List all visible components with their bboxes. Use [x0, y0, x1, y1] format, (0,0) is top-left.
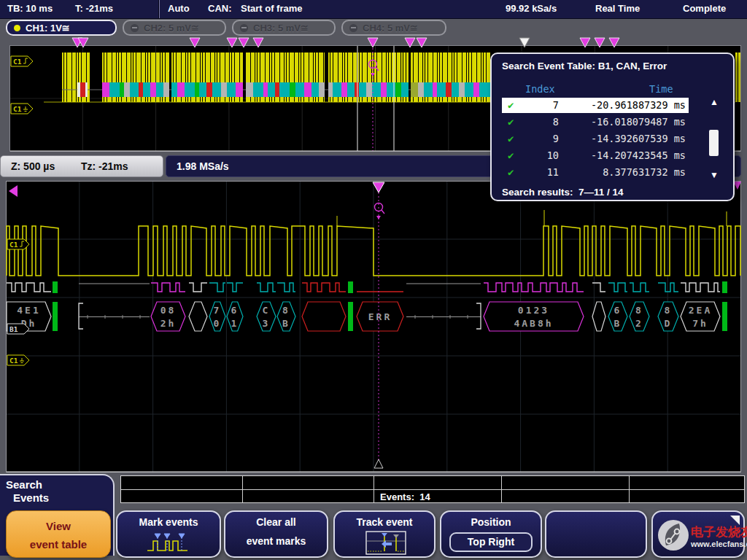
zoom-waveform-window: 4E1Dh 082h7061C38B ERR01234AB8h6B828D2EA… — [6, 179, 741, 474]
search-results-summary: Search results: 7—11 / 14 — [502, 187, 624, 198]
overview-decode-bar — [62, 82, 490, 97]
svg-text:B: B — [614, 318, 622, 329]
event-time: -14.207423545 ms — [560, 148, 686, 163]
svg-text:2EA: 2EA — [689, 305, 712, 316]
mark-events-icon — [145, 532, 192, 554]
oscilloscope-screen: TB: 10 ms T: -21ms Auto CAN: Start of fr… — [0, 0, 747, 560]
elecfans-logo-icon — [657, 519, 689, 551]
scrollbar-thumb[interactable] — [709, 130, 719, 156]
table-row[interactable]: ✔ 7 -20.961887329 ms — [502, 98, 689, 113]
empty-softkey-button[interactable] — [545, 510, 647, 558]
channel3-label: CH3: 5 mV≅ — [253, 23, 309, 34]
event-index: 10 — [522, 148, 559, 163]
position-value: Top Right — [449, 532, 533, 552]
events-count-label: Events: 14 — [380, 491, 430, 502]
event-index: 9 — [522, 131, 559, 147]
button-label: event table — [7, 538, 110, 551]
more-menu-button[interactable]: 电子发烧友 www.elecfans.com — [651, 510, 745, 558]
track-event-button[interactable]: Track event — [333, 510, 436, 558]
strip-col-divider — [501, 476, 502, 502]
svg-text:7h: 7h — [692, 318, 708, 329]
zoom-scale-readout: Z: 500 µs — [11, 160, 55, 172]
mark-events-button[interactable]: Mark events — [116, 510, 221, 558]
svg-text:8: 8 — [282, 305, 290, 316]
zoom-time-readout: Tz: -21ms — [81, 160, 128, 172]
svg-text:2: 2 — [635, 318, 643, 329]
timebase-readout: TB: 10 ms — [7, 3, 53, 14]
table-row[interactable]: ✔ 8 -16.018079487 ms — [502, 114, 689, 130]
strip-row-divider — [121, 489, 744, 490]
svg-text:C1: C1 — [9, 357, 18, 365]
scroll-down-icon[interactable]: ▼ — [708, 169, 721, 181]
svg-text:7: 7 — [214, 305, 222, 316]
strip-col-divider — [629, 476, 630, 502]
svg-text:D: D — [665, 318, 673, 329]
svg-text:6: 6 — [614, 305, 622, 316]
svg-text:3: 3 — [263, 318, 271, 329]
signal-label[interactable]: C1 — [7, 239, 29, 249]
svg-text:4AB8h: 4AB8h — [514, 318, 553, 329]
menu-group-line1: Search — [6, 478, 42, 491]
channel4-label: CH4: 5 mV≅ — [363, 23, 418, 34]
signal-label[interactable]: C1 — [7, 355, 29, 365]
button-label: Clear all — [225, 516, 327, 528]
table-row[interactable]: ✔ 9 -14.392607539 ms — [502, 131, 689, 147]
trigger-mode: Auto — [168, 3, 190, 14]
channel1-label: CH1: 1V≅ — [26, 23, 70, 34]
zoom-settings-box: Z: 500 µs Tz: -21ms — [0, 155, 163, 177]
button-label: Mark events — [117, 516, 220, 528]
acquisition-status: Complete — [683, 3, 726, 14]
tab-channel-1[interactable]: CH1: 1V≅ — [6, 20, 117, 36]
check-icon: ✔ — [508, 165, 514, 180]
svg-text:0123: 0123 — [518, 305, 549, 316]
status-bar: TB: 10 ms T: -21ms Auto CAN: Start of fr… — [0, 0, 747, 19]
svg-text:C: C — [263, 305, 271, 316]
svg-text:ERR: ERR — [368, 311, 392, 322]
tab-channel-2[interactable]: CH2: 5 mV≅ — [123, 20, 226, 36]
event-index: 11 — [522, 165, 559, 180]
scroll-up-icon[interactable]: ▲ — [708, 96, 721, 108]
svg-text:2h: 2h — [160, 318, 177, 329]
signal-label[interactable]: C1 — [11, 56, 33, 66]
channel4-off-icon — [349, 24, 357, 32]
button-label: event marks — [225, 535, 327, 547]
search-event-table-popup: Search Event Table: B1, CAN, Error Index… — [490, 52, 735, 201]
trigger-event: Start of frame — [241, 3, 303, 14]
svg-text:C1: C1 — [9, 241, 18, 249]
svg-text:1: 1 — [231, 318, 239, 329]
svg-text:8: 8 — [635, 305, 643, 316]
trigger-bus: CAN: — [208, 3, 232, 14]
event-time: -14.392607539 ms — [560, 131, 686, 147]
acquisition-mode: Real Time — [595, 3, 640, 14]
track-event-icon — [365, 531, 406, 556]
channel1-on-icon — [14, 25, 20, 31]
events-count-strip: Events: 14 — [120, 475, 745, 503]
check-icon: ✔ — [508, 98, 514, 113]
event-index: 7 — [522, 98, 559, 113]
channel3-off-icon — [240, 24, 248, 32]
table-row[interactable]: ✔ 10 -14.207423545 ms — [502, 148, 689, 163]
statusbar-divider — [158, 0, 160, 18]
event-time: 8.377631732 ms — [560, 165, 686, 180]
event-time: -16.018079487 ms — [560, 114, 686, 130]
trigger-time-readout: T: -21ms — [75, 3, 113, 14]
view-event-table-button[interactable]: View event table — [6, 510, 111, 558]
channel2-label: CH2: 5 mV≅ — [144, 23, 199, 34]
column-header-time: Time — [649, 83, 673, 95]
svg-text:0: 0 — [214, 318, 222, 329]
strip-col-divider — [242, 476, 243, 502]
table-row[interactable]: ✔ 11 8.377631732 ms — [502, 165, 689, 180]
tab-channel-3[interactable]: CH3: 5 mV≅ — [232, 20, 336, 36]
event-index: 8 — [522, 114, 559, 130]
clear-event-marks-button[interactable]: Clear all event marks — [224, 510, 328, 558]
check-icon: ✔ — [508, 131, 514, 147]
column-header-index: Index — [525, 83, 555, 95]
signal-label[interactable]: C1 — [11, 104, 33, 114]
svg-text:08: 08 — [160, 305, 177, 316]
svg-text:8: 8 — [665, 305, 673, 316]
svg-text:C1: C1 — [13, 105, 22, 113]
table-scrollbar: ▲ ▼ — [706, 96, 722, 181]
signal-label[interactable]: B1 — [7, 324, 29, 334]
tab-channel-4[interactable]: CH4: 5 mV≅ — [341, 20, 446, 36]
position-button[interactable]: Position Top Right — [440, 510, 542, 558]
